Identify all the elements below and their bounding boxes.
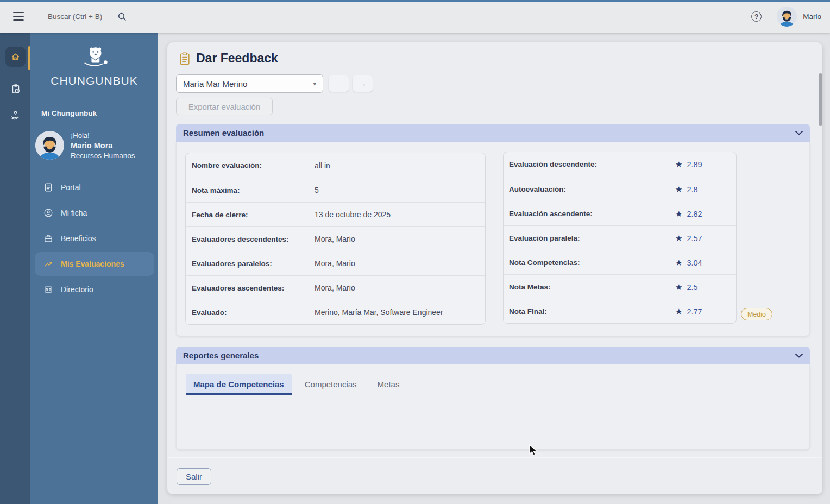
sidebar-item-label: Directorio (61, 285, 93, 294)
table-row: Nota Competencias: ★3.04 (504, 250, 736, 274)
star-icon: ★ (675, 185, 682, 193)
reportes-panel-body: Mapa de Competencias Competencias Metas (176, 364, 810, 450)
brand-mascot-logo (30, 45, 158, 72)
resumen-panel-title: Resumen evaluación (183, 128, 264, 137)
rail-home-button[interactable] (5, 47, 26, 67)
menu-toggle-button[interactable] (13, 12, 24, 21)
reportes-panel-header[interactable]: Reportes generales (176, 346, 810, 364)
briefcase-icon (43, 234, 53, 243)
sidebar-item-beneficios[interactable]: Beneficios (35, 226, 154, 250)
reportes-panel: Reportes generales Mapa de Competencias … (176, 346, 810, 450)
sidebar-item-label: Beneficios (61, 234, 96, 243)
sidebar-user-name: Mario Mora (71, 141, 135, 150)
sidebar-user-role: Recursos Humanos (71, 152, 135, 160)
table-row: Nota Metas: ★2.5 (504, 274, 736, 299)
chevron-down-icon[interactable] (795, 131, 803, 135)
export-evaluation-button[interactable]: Exportar evaluación (176, 98, 273, 115)
tab-competencias[interactable]: Competencias (297, 374, 364, 395)
search-input[interactable] (48, 10, 117, 23)
sidebar-item-label: Portal (61, 183, 81, 192)
user-menu[interactable]: Mario (777, 7, 821, 27)
user-name-label: Mario (803, 12, 821, 21)
sidebar-item-label: Mis Evaluaciones (61, 260, 124, 268)
evaluation-details-table: Nombre evaluación: all in Nota máxima: 5… (185, 153, 486, 325)
sidebar-item-directorio[interactable]: Directorio (35, 278, 154, 301)
exit-button[interactable]: Salir (177, 468, 211, 485)
table-row: Evaluadores ascendentes: Mora, Mario (186, 275, 485, 300)
rail-hand-heart-button[interactable] (5, 105, 26, 125)
resumen-panel-body: Nombre evaluación: all in Nota máxima: 5… (176, 142, 810, 336)
resumen-panel: Resumen evaluación Nombre evaluación: al… (176, 124, 810, 336)
star-icon: ★ (675, 234, 682, 242)
reportes-panel-title: Reportes generales (183, 351, 259, 360)
sidebar-divider (41, 173, 154, 173)
sidebar-item-mis-evaluaciones[interactable]: Mis Evaluaciones (35, 252, 154, 276)
icon-rail (0, 33, 30, 504)
sidebar-item-label: Mi ficha (61, 209, 87, 217)
previous-employee-button[interactable] (329, 75, 349, 92)
clipboard-clock-icon (10, 84, 21, 94)
star-icon: ★ (675, 160, 682, 168)
arrow-right-icon: → (359, 79, 367, 89)
top-bar: ? Mario (0, 0, 830, 33)
table-row: Nombre evaluación: all in (186, 153, 485, 178)
user-avatar-icon (777, 7, 797, 27)
table-row: Evaluado: Merino, María Mar, Software En… (186, 300, 485, 324)
clipboard-icon (179, 52, 190, 65)
table-row: Evaluación paralela: ★2.57 (504, 225, 736, 250)
trending-up-icon (43, 259, 53, 269)
sidebar-menu: Portal Mi ficha Beneficios Mis Evaluac (35, 175, 154, 303)
table-row: Evaluación ascendente: ★2.82 (504, 201, 736, 225)
window-top-accent (0, 0, 830, 2)
employee-select-value: María Mar Merino (183, 79, 313, 89)
resumen-panel-header[interactable]: Resumen evaluación (176, 124, 810, 142)
table-row: Evaluación descendente: ★2.89 (504, 152, 736, 177)
evaluation-scores-table: Evaluación descendente: ★2.89 Autoevalua… (503, 152, 737, 324)
id-card-icon (43, 285, 53, 294)
star-icon: ★ (675, 210, 682, 218)
caret-down-icon: ▾ (313, 80, 316, 87)
person-circle-icon (43, 208, 53, 218)
sidebar-user-card: ¡Hola! Mario Mora Recursos Humanos (35, 131, 135, 160)
rail-active-indicator (28, 46, 30, 70)
tab-metas[interactable]: Metas (370, 374, 407, 395)
table-row: Evaluadores paralelos: Mora, Mario (186, 251, 485, 275)
chevron-down-icon[interactable] (795, 354, 803, 358)
document-icon (43, 182, 53, 192)
report-tabs: Mapa de Competencias Competencias Metas (186, 374, 407, 395)
final-grade-status-badge: Medio (741, 308, 772, 320)
sidebar-user-avatar-icon (35, 131, 64, 160)
sidebar-section-label: Mi Chungunbuk (41, 109, 97, 117)
table-row: Nota Final: ★2.77 (504, 299, 736, 323)
footer-divider (167, 457, 822, 457)
tab-mapa-de-competencias[interactable]: Mapa de Competencias (186, 374, 292, 395)
search-icon[interactable] (117, 12, 127, 22)
table-row: Autoevaluación: ★2.8 (504, 177, 736, 201)
table-row: Evaluadores descendentes: Mora, Mario (186, 226, 485, 251)
main-content-card: Dar Feedback María Mar Merino ▾ → Export… (167, 42, 822, 494)
star-icon: ★ (675, 307, 682, 316)
rail-clipboard-button[interactable] (5, 79, 26, 99)
table-row: Fecha de cierre: 13 de octubre de 2025 (186, 202, 485, 226)
page-title: Dar Feedback (196, 51, 278, 66)
star-icon: ★ (675, 259, 682, 267)
sidebar-greeting: ¡Hola! (71, 131, 135, 140)
sidebar: CHUNGUNBUK Mi Chungunbuk ¡Hola! Mario Mo… (30, 33, 158, 504)
help-icon[interactable]: ? (751, 11, 762, 22)
next-employee-button[interactable]: → (353, 75, 373, 92)
brand-name: CHUNGUNBUK (30, 74, 158, 87)
star-icon: ★ (675, 283, 682, 291)
scrollbar-thumb[interactable] (819, 73, 822, 126)
hand-heart-icon (10, 109, 21, 121)
sidebar-item-mi-ficha[interactable]: Mi ficha (35, 201, 154, 225)
table-row: Nota máxima: 5 (186, 178, 485, 202)
sidebar-item-portal[interactable]: Portal (35, 175, 154, 199)
employee-select[interactable]: María Mar Merino ▾ (176, 74, 323, 93)
